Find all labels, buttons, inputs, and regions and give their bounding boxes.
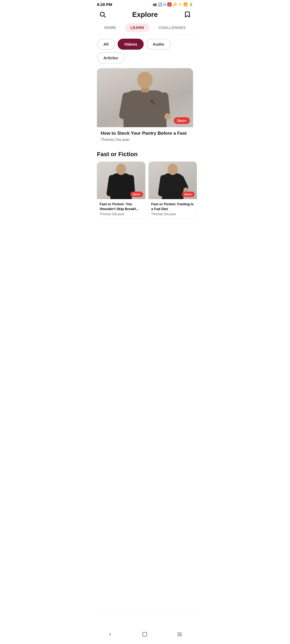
tab-learn[interactable]: LEARN [125,23,150,32]
key-icon: 🔑 [173,2,177,6]
card-1-info: Fast or Fiction: You Shouldn't Skip Brea… [97,199,145,219]
video-icon: 📹 [153,2,157,6]
bookmark-button[interactable] [183,10,192,19]
status-bar: 8:28 PM 📹 🔄 G ● 🔑 ⚡ 📶 🔋 [93,0,197,8]
featured-zero-badge: Zero+ [174,117,190,124]
status-icons: 📹 🔄 G ● 🔑 ⚡ 📶 🔋 [153,2,193,7]
list-item[interactable]: Zero+ Fast or Fiction: You Shouldn't Ski… [97,162,145,219]
card-2-title: Fast or Fiction: Fasting Is a Fad Diet [151,202,194,211]
card-1-badge: Zero+ [130,192,143,197]
card-2-author: Thomas DeLauer [151,212,194,216]
filter-articles[interactable]: Articles [97,52,125,63]
header: Explore [93,8,197,22]
featured-info: How to Stock Your Pantry Before a Fast T… [97,127,193,145]
card-image-2: Zero+ [148,162,197,199]
wifi-icon: 📶 [183,2,188,6]
google-icon: G [163,2,166,7]
filter-row: All Videos Audio Articles [97,39,193,63]
featured-image: ↖ Zero+ [97,68,193,127]
card-image-1: Zero+ [97,162,145,199]
card-2-info: Fast or Fiction: Fasting Is a Fad Diet T… [148,199,197,219]
battery-icon: 🔋 [189,2,193,6]
list-item[interactable]: Zero+ Fast or Fiction: Fasting Is a Fad … [148,162,197,219]
search-button[interactable] [98,10,107,19]
cards-scroll: Zero+ Fast or Fiction: You Shouldn't Ski… [93,162,197,220]
tab-challenges[interactable]: CHALLENGES [153,23,191,32]
featured-title: How to Stock Your Pantry Before a Fast [101,130,189,136]
refresh-icon: 🔄 [158,2,162,6]
bluetooth-icon: ⚡ [178,2,182,6]
nav-tabs: HOME LEARN CHALLENGES [93,22,197,34]
filter-all[interactable]: All [97,39,115,50]
rec-badge: ● [167,2,172,6]
card-2-badge: Zero+ [182,192,195,197]
content-area: All Videos Audio Articles ↖ Zero+ [93,34,197,224]
svg-line-1 [104,16,106,17]
filter-audio[interactable]: Audio [146,39,171,50]
tab-home[interactable]: HOME [99,23,121,32]
section-heading: Fast or Fiction [97,151,193,158]
page-title: Explore [132,10,158,19]
status-time: 8:28 PM [97,2,112,7]
filter-videos[interactable]: Videos [118,39,144,50]
featured-author: Thomas DeLauer [101,137,189,142]
featured-card[interactable]: ↖ Zero+ How to Stock Your Pantry Before … [97,68,193,145]
card-1-author: Thomas DeLauer [100,212,143,216]
card-1-title: Fast or Fiction: You Shouldn't Skip Brea… [100,202,143,211]
